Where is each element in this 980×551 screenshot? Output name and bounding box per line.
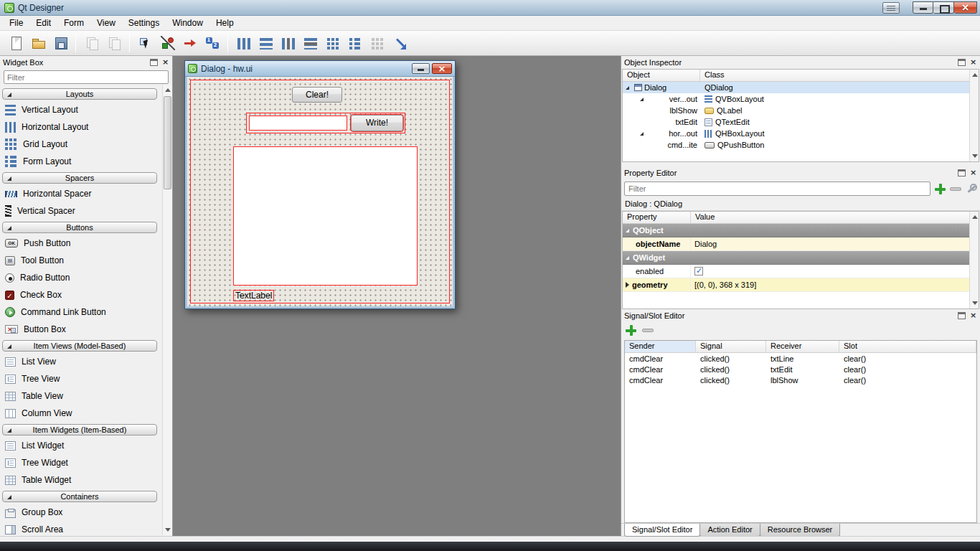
expand-arrow-icon[interactable]	[626, 282, 629, 288]
widget-box-item[interactable]: List Widget	[0, 437, 161, 454]
menu-item[interactable]: Help	[209, 16, 240, 30]
widget-box-item[interactable]: Tree View	[0, 370, 161, 387]
property-editor-scrollbar[interactable]	[969, 212, 979, 309]
widget-box-category-containers[interactable]: Containers	[2, 491, 157, 502]
toolbar-button[interactable]	[27, 33, 49, 54]
widget-box-item[interactable]: Group Box	[0, 504, 161, 521]
scrollbar-thumb[interactable]	[164, 96, 171, 189]
widget-box-item[interactable]: List View	[0, 353, 161, 370]
widget-box-item[interactable]: Tool Button	[0, 252, 161, 269]
scroll-up-icon[interactable]	[165, 88, 171, 92]
menu-item[interactable]: Window	[166, 16, 209, 30]
widget-box-scrollbar[interactable]	[162, 85, 172, 535]
property-group-qobject[interactable]: QObject	[623, 224, 979, 237]
toolbar-button[interactable]	[103, 33, 125, 54]
column-header-signal[interactable]: Signal	[696, 341, 766, 352]
scroll-down-icon[interactable]	[972, 301, 978, 305]
toolbar-button[interactable]	[344, 33, 366, 54]
scroll-up-icon[interactable]	[972, 73, 978, 77]
form-close-button[interactable]	[432, 63, 452, 74]
toolbar-button[interactable]	[321, 33, 344, 54]
text-edit-widget[interactable]	[233, 146, 418, 286]
property-row-geometry[interactable]: geometry [(0, 0), 368 x 319]	[623, 278, 979, 292]
form-canvas[interactable]: Clear! Write! TextLabel	[187, 77, 453, 306]
widget-box-item[interactable]: Check Box	[0, 286, 161, 303]
line-edit-widget[interactable]	[249, 116, 347, 131]
widget-box-item[interactable]: Scroll Area	[0, 521, 161, 536]
widget-box-category-buttons[interactable]: Buttons	[2, 222, 157, 233]
object-inspector-scrollbar[interactable]	[969, 70, 979, 161]
expand-arrow-icon[interactable]	[640, 132, 644, 136]
widget-box-category-spacers[interactable]: Spacers	[2, 172, 157, 184]
column-header-class[interactable]: Class	[700, 70, 979, 81]
float-panel-icon[interactable]	[958, 59, 966, 66]
column-header-value[interactable]: Value	[691, 212, 979, 223]
tree-row-cmdwrite[interactable]: cmd...ite QPushButton	[623, 139, 979, 151]
minimize-button[interactable]	[913, 1, 933, 14]
close-panel-icon[interactable]: ×	[969, 312, 977, 320]
tab-resource-browser[interactable]: Resource Browser	[760, 524, 840, 537]
float-panel-icon[interactable]	[958, 312, 966, 319]
widget-box-item[interactable]: Command Link Button	[0, 303, 161, 321]
widget-box-item[interactable]: Button Box	[0, 321, 161, 338]
property-group-qwidget[interactable]: QWidget	[623, 251, 979, 265]
widget-box-category-layouts[interactable]: Layouts	[2, 88, 157, 100]
column-header-property[interactable]: Property	[623, 212, 691, 223]
menu-item[interactable]: View	[90, 16, 122, 30]
form-window-titlebar[interactable]: Dialog - hw.ui	[185, 61, 455, 77]
scroll-down-icon[interactable]	[165, 528, 171, 532]
maximize-button[interactable]	[933, 1, 954, 14]
toolbar-button[interactable]	[201, 33, 223, 54]
toolbar-button[interactable]	[232, 33, 255, 54]
remove-dynamic-property-icon[interactable]	[950, 187, 961, 191]
widget-box-item[interactable]: Table View	[0, 387, 161, 405]
property-row-enabled[interactable]: enabled	[623, 265, 979, 278]
widget-box-item[interactable]: Horizontal Layout	[0, 118, 161, 136]
toolbar-button[interactable]	[277, 33, 299, 54]
toolbar-button[interactable]	[179, 33, 201, 54]
widget-box-category-item-views[interactable]: Item Views (Model-Based)	[2, 340, 157, 352]
property-value[interactable]: Dialog	[691, 237, 979, 250]
text-label-widget[interactable]: TextLabel	[233, 290, 274, 301]
toolbar-button[interactable]	[299, 33, 321, 54]
float-panel-icon[interactable]	[958, 169, 966, 176]
tab-action-editor[interactable]: Action Editor	[699, 524, 760, 537]
connection-row[interactable]: cmdClear clicked() txtLine clear()	[625, 353, 976, 364]
scroll-up-icon[interactable]	[972, 215, 978, 219]
column-header-sender[interactable]: Sender	[625, 341, 696, 352]
form-minimize-button[interactable]	[412, 63, 430, 74]
toolbar-button[interactable]	[80, 33, 103, 54]
widget-box-item[interactable]: Vertical Spacer	[0, 202, 161, 220]
property-value[interactable]: [(0, 0), 368 x 319]	[691, 278, 979, 291]
tree-row-txtedit[interactable]: txtEdit QTextEdit	[623, 116, 979, 128]
menu-item[interactable]: Form	[57, 16, 90, 30]
widget-box-item[interactable]: Vertical Layout	[0, 101, 161, 118]
toolbar-button[interactable]	[134, 33, 156, 54]
remove-connection-icon[interactable]	[642, 329, 654, 332]
close-panel-icon[interactable]: ×	[969, 169, 977, 177]
column-header-slot[interactable]: Slot	[839, 341, 976, 352]
widget-box-item[interactable]: Table Widget	[0, 471, 161, 489]
column-header-receiver[interactable]: Receiver	[766, 341, 839, 352]
widget-box-item[interactable]: Column View	[0, 405, 161, 422]
widget-box-item[interactable]: Radio Button	[0, 269, 161, 286]
column-header-object[interactable]: Object	[623, 70, 700, 81]
menu-item[interactable]: Edit	[29, 16, 57, 30]
close-button[interactable]	[954, 1, 977, 14]
tree-row-dialog[interactable]: Dialog QDialog	[623, 82, 979, 93]
property-row-objectname[interactable]: objectName Dialog	[623, 237, 979, 251]
menu-item[interactable]: Settings	[122, 16, 166, 30]
toolbar-button[interactable]	[49, 33, 71, 54]
add-connection-icon[interactable]	[626, 325, 636, 336]
add-dynamic-property-icon[interactable]	[935, 184, 946, 194]
tree-row-lblshow[interactable]: lblShow QLabel	[623, 105, 979, 116]
scroll-down-icon[interactable]	[972, 154, 978, 158]
connection-row[interactable]: cmdClear clicked() txtEdit clear()	[625, 364, 976, 375]
tree-row-vlayout[interactable]: ver...out QVBoxLayout	[623, 93, 979, 105]
close-panel-icon[interactable]: ×	[969, 59, 977, 67]
toolbar-button[interactable]	[388, 33, 410, 54]
checked-checkbox-icon[interactable]	[694, 267, 703, 276]
widget-box-item[interactable]: Form Layout	[0, 153, 161, 170]
toolbar-button[interactable]	[255, 33, 277, 54]
tab-signal-slot-editor[interactable]: Signal/Slot Editor	[624, 524, 700, 537]
